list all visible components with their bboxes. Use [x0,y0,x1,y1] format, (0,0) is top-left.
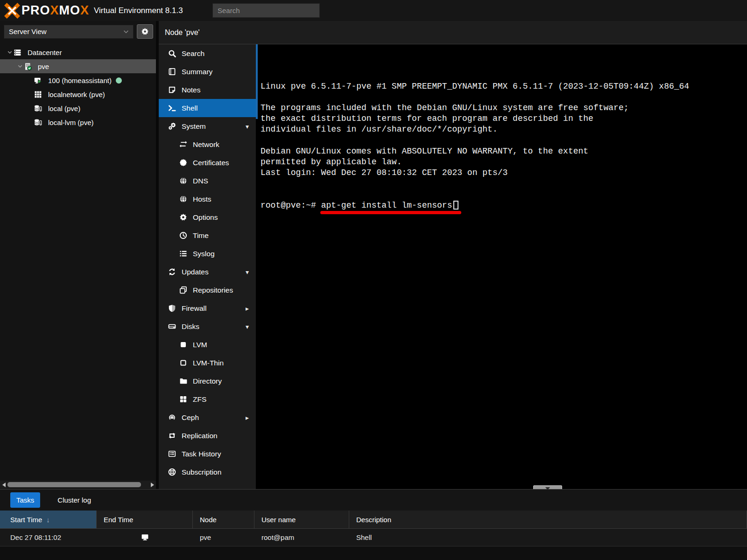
resource-tree-sidebar: Server View Datacenterpve100 (homeassist… [0,21,156,489]
nav-item-notes[interactable]: Notes [159,81,256,99]
terminal-line [261,135,747,146]
nav-item-certificates[interactable]: Certificates [159,154,256,172]
scrollbar-thumb[interactable] [7,482,141,487]
terminal-line [261,92,747,103]
caret-right-icon[interactable]: ▸ [246,305,249,312]
tree-item-local-lvm-pve[interactable]: local-lvm (pve) [0,115,156,129]
tree-item-pve[interactable]: pve [0,59,156,73]
terminal-cursor [453,201,458,210]
caret-right-icon[interactable]: ▸ [246,414,249,421]
tree-item-100-homeassistant[interactable]: 100 (homeassistant) [0,73,156,87]
nav-item-options[interactable]: Options [159,208,256,226]
nav-item-subscription[interactable]: Subscription [159,463,256,481]
nav-item-time[interactable]: Time [159,226,256,245]
column-header-start-time[interactable]: Start Time↓ [0,511,97,528]
nav-item-ceph[interactable]: Ceph▸ [159,408,256,427]
nav-item-directory[interactable]: Directory [159,372,256,390]
page-title: Node 'pve' [165,28,200,37]
shell-terminal[interactable]: Linux pve 6.5.11-7-pve #1 SMP PREEMPT_DY… [256,44,747,489]
sidebar-horizontal-scrollbar[interactable] [0,481,156,489]
nav-item-label: ZFS [193,395,206,404]
nav-item-search[interactable]: Search [159,44,256,63]
nav-item-replication[interactable]: Replication [159,427,256,445]
nav-item-summary[interactable]: Summary [159,63,256,81]
tree-item-localnetwork-pve[interactable]: localnetwork (pve) [0,87,156,101]
nav-item-label: DNS [193,177,208,185]
vm-icon [34,76,44,84]
cell-node-label: pve [200,533,211,541]
task-row[interactable]: Dec 27 08:11:02pveroot@pamShell [0,529,747,546]
listalt-icon [167,450,176,458]
tree-settings-button[interactable] [137,24,153,39]
tab-cluster-log[interactable]: Cluster log [51,492,97,508]
column-header-label: Node [200,516,217,524]
nav-item-updates[interactable]: Updates▾ [159,263,256,281]
nav-item-task-history[interactable]: Task History [159,445,256,463]
nav-item-label: Disks [182,322,199,331]
cell-start-time-label: Dec 27 08:11:02 [10,533,61,541]
nav-item-shell[interactable]: Shell [159,99,256,117]
caret-down-icon[interactable]: ▾ [246,123,249,130]
tree-expander-icon[interactable] [16,63,24,69]
square-outline-icon [178,359,188,367]
terminal-line: Last login: Wed Dec 27 08:10:32 CET 2023… [261,168,747,178]
network-icon [34,90,44,98]
nav-item-hosts[interactable]: Hosts [159,190,256,208]
terminal-output: Linux pve 6.5.11-7-pve #1 SMP PREEMPT_DY… [261,81,747,179]
terminal-prompt: root@pve:~# [261,201,321,210]
search-icon [167,49,176,58]
view-selector-label: Server View [9,28,47,35]
caret-down-icon[interactable]: ▾ [246,268,249,276]
column-header-node[interactable]: Node [193,511,254,528]
nav-item-label: Updates [182,268,209,276]
exchange-icon [178,140,188,149]
column-header-end-time[interactable]: End Time [97,511,193,528]
tree-expander-icon[interactable] [6,49,14,55]
nav-item-label: LVM [193,341,207,349]
tree-item-local-pve[interactable]: local (pve) [0,101,156,115]
sort-descending-icon: ↓ [46,516,50,524]
nav-item-label: Replication [182,432,218,440]
nav-item-label: Ceph [182,413,199,422]
tab-tasks[interactable]: Tasks [10,492,40,508]
brand-segment: X [80,3,89,17]
terminal-line: Debian GNU/Linux comes with ABSOLUTELY N… [261,146,747,157]
nav-item-label: Network [193,140,219,149]
nav-item-lvm-thin[interactable]: LVM-Thin [159,354,256,372]
terminal-command: apt-get install lm-sensors [321,201,452,210]
nav-item-label: Subscription [182,468,221,476]
resource-tree: Datacenterpve100 (homeassistant)localnet… [0,45,156,129]
vm-status-dot-icon [116,77,122,84]
task-table-header: Start Time↓End TimeNodeUser nameDescript… [0,511,747,529]
view-selector-combo[interactable]: Server View [4,25,134,39]
column-header-label: Start Time [10,516,42,524]
nav-item-repositories[interactable]: Repositories [159,281,256,299]
hdd-icon [167,322,176,331]
cell-description: Shell [349,529,747,546]
brand-segment: X [50,3,59,17]
column-header-description[interactable]: Description [349,511,747,528]
globe-icon [178,195,188,203]
chevron-down-icon [123,28,129,35]
nav-item-syslog[interactable]: Syslog [159,245,256,263]
scroll-left-arrow-icon[interactable] [0,481,7,489]
tree-item-label: local-lvm (pve) [48,119,94,126]
global-search-input[interactable] [212,3,320,18]
gear-icon [141,28,149,35]
nav-item-disks[interactable]: Disks▾ [159,317,256,336]
tree-item-label: localnetwork (pve) [48,91,105,98]
nav-item-zfs[interactable]: ZFS [159,390,256,408]
caret-down-icon[interactable]: ▾ [246,323,249,330]
cell-description-label: Shell [356,533,372,541]
nav-item-dns[interactable]: DNS [159,172,256,190]
nav-item-lvm[interactable]: LVM [159,336,256,354]
nav-item-system[interactable]: System▾ [159,117,256,135]
scroll-right-arrow-icon[interactable] [148,481,156,489]
bottom-panel: TasksCluster log Start Time↓End TimeNode… [0,489,747,560]
tree-item-datacenter[interactable]: Datacenter [0,45,156,59]
nav-item-firewall[interactable]: Firewall▸ [159,299,256,317]
column-header-user-name[interactable]: User name [254,511,349,528]
cell-user-name-label: root@pam [261,533,294,541]
nav-item-network[interactable]: Network [159,135,256,154]
proxmox-wordmark: PROXMOX [21,0,89,21]
